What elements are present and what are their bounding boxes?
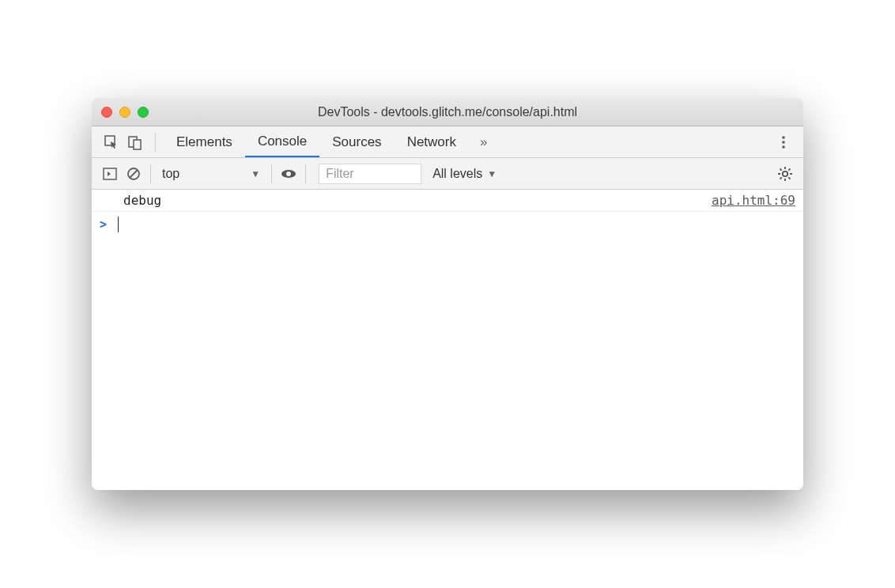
toggle-sidebar-icon[interactable] — [98, 162, 122, 186]
filter-input[interactable] — [319, 164, 421, 184]
devtools-toolbar: Elements Console Sources Network » — [92, 126, 803, 158]
tab-sources[interactable]: Sources — [319, 126, 394, 157]
devtools-window: DevTools - devtools.glitch.me/console/ap… — [92, 98, 803, 490]
console-log-row: debug api.html:69 — [92, 190, 803, 212]
filterbar-divider — [305, 164, 306, 183]
text-cursor — [118, 217, 119, 232]
context-label: top — [162, 167, 179, 181]
prompt-chevron-icon: > — [100, 217, 107, 232]
panel-tabs: Elements Console Sources Network » — [164, 126, 492, 157]
maximize-window-button[interactable] — [138, 107, 149, 118]
dropdown-caret-icon: ▼ — [251, 168, 260, 179]
toolbar-divider — [155, 133, 156, 152]
inspect-element-icon[interactable] — [100, 130, 123, 154]
minimize-window-button[interactable] — [119, 107, 130, 118]
svg-point-10 — [286, 172, 291, 176]
window-titlebar: DevTools - devtools.glitch.me/console/ap… — [92, 98, 803, 126]
filterbar-divider — [271, 164, 272, 183]
svg-point-5 — [782, 145, 785, 149]
svg-line-16 — [780, 168, 782, 170]
tab-console[interactable]: Console — [245, 126, 319, 157]
levels-label: All levels — [432, 167, 482, 181]
dropdown-caret-icon: ▼ — [487, 168, 497, 179]
window-title: DevTools - devtools.glitch.me/console/ap… — [101, 105, 794, 119]
filterbar-divider — [150, 164, 151, 183]
svg-line-19 — [788, 168, 790, 170]
svg-line-8 — [130, 170, 138, 178]
device-toolbar-icon[interactable] — [123, 130, 147, 154]
tab-network[interactable]: Network — [395, 126, 469, 157]
more-tabs-button[interactable]: » — [475, 134, 492, 150]
console-prompt[interactable]: > — [92, 212, 803, 237]
log-message: debug — [123, 193, 161, 208]
svg-rect-2 — [134, 140, 141, 149]
svg-line-18 — [780, 177, 782, 179]
clear-console-icon[interactable] — [122, 162, 145, 186]
window-controls — [101, 107, 149, 118]
svg-point-4 — [782, 141, 785, 144]
svg-point-3 — [782, 136, 785, 139]
log-levels-selector[interactable]: All levels ▼ — [432, 167, 497, 181]
svg-line-17 — [788, 177, 790, 179]
console-settings-icon[interactable] — [773, 162, 797, 186]
svg-point-11 — [783, 171, 787, 175]
console-output: debug api.html:69 > — [92, 190, 803, 490]
log-source-link[interactable]: api.html:69 — [712, 193, 795, 208]
console-filterbar: top ▼ All levels ▼ — [92, 158, 803, 190]
devtools-menu-icon[interactable] — [772, 130, 795, 154]
execution-context-selector[interactable]: top ▼ — [156, 162, 266, 186]
close-window-button[interactable] — [101, 107, 112, 118]
live-expression-icon[interactable] — [277, 162, 300, 186]
tab-elements[interactable]: Elements — [164, 126, 245, 157]
